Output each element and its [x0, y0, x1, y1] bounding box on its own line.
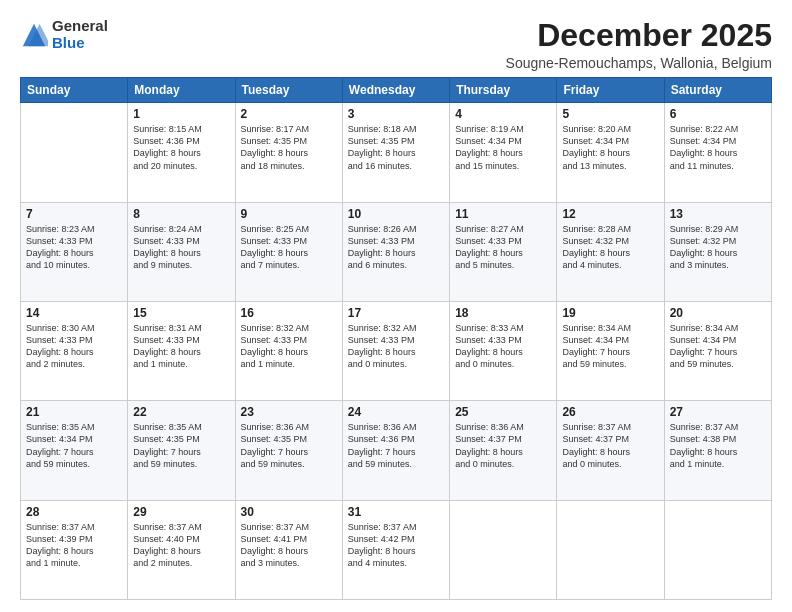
calendar-cell: 2Sunrise: 8:17 AM Sunset: 4:35 PM Daylig… [235, 103, 342, 202]
day-info: Sunrise: 8:32 AM Sunset: 4:33 PM Dayligh… [241, 322, 337, 371]
calendar-cell: 1Sunrise: 8:15 AM Sunset: 4:36 PM Daylig… [128, 103, 235, 202]
day-info: Sunrise: 8:37 AM Sunset: 4:41 PM Dayligh… [241, 521, 337, 570]
weekday-header-tuesday: Tuesday [235, 78, 342, 103]
day-info: Sunrise: 8:35 AM Sunset: 4:34 PM Dayligh… [26, 421, 122, 470]
calendar-cell: 21Sunrise: 8:35 AM Sunset: 4:34 PM Dayli… [21, 401, 128, 500]
weekday-header-monday: Monday [128, 78, 235, 103]
day-info: Sunrise: 8:34 AM Sunset: 4:34 PM Dayligh… [670, 322, 766, 371]
weekday-header-sunday: Sunday [21, 78, 128, 103]
calendar-cell: 9Sunrise: 8:25 AM Sunset: 4:33 PM Daylig… [235, 202, 342, 301]
day-number: 17 [348, 306, 444, 320]
calendar-cell: 13Sunrise: 8:29 AM Sunset: 4:32 PM Dayli… [664, 202, 771, 301]
logo: General Blue [20, 18, 108, 51]
day-number: 23 [241, 405, 337, 419]
day-number: 8 [133, 207, 229, 221]
calendar-week-2: 7Sunrise: 8:23 AM Sunset: 4:33 PM Daylig… [21, 202, 772, 301]
day-number: 20 [670, 306, 766, 320]
logo-blue-label: Blue [52, 35, 108, 52]
day-number: 30 [241, 505, 337, 519]
day-number: 21 [26, 405, 122, 419]
day-number: 11 [455, 207, 551, 221]
calendar-cell: 14Sunrise: 8:30 AM Sunset: 4:33 PM Dayli… [21, 301, 128, 400]
weekday-header-thursday: Thursday [450, 78, 557, 103]
day-info: Sunrise: 8:18 AM Sunset: 4:35 PM Dayligh… [348, 123, 444, 172]
day-info: Sunrise: 8:17 AM Sunset: 4:35 PM Dayligh… [241, 123, 337, 172]
day-number: 2 [241, 107, 337, 121]
calendar-cell: 11Sunrise: 8:27 AM Sunset: 4:33 PM Dayli… [450, 202, 557, 301]
day-info: Sunrise: 8:37 AM Sunset: 4:42 PM Dayligh… [348, 521, 444, 570]
logo-icon [20, 21, 48, 49]
day-info: Sunrise: 8:26 AM Sunset: 4:33 PM Dayligh… [348, 223, 444, 272]
page: General Blue December 2025 Sougne-Remouc… [0, 0, 792, 612]
calendar-cell: 23Sunrise: 8:36 AM Sunset: 4:35 PM Dayli… [235, 401, 342, 500]
calendar-cell: 5Sunrise: 8:20 AM Sunset: 4:34 PM Daylig… [557, 103, 664, 202]
calendar-cell: 12Sunrise: 8:28 AM Sunset: 4:32 PM Dayli… [557, 202, 664, 301]
day-info: Sunrise: 8:37 AM Sunset: 4:39 PM Dayligh… [26, 521, 122, 570]
calendar-cell: 4Sunrise: 8:19 AM Sunset: 4:34 PM Daylig… [450, 103, 557, 202]
day-info: Sunrise: 8:37 AM Sunset: 4:40 PM Dayligh… [133, 521, 229, 570]
calendar-week-1: 1Sunrise: 8:15 AM Sunset: 4:36 PM Daylig… [21, 103, 772, 202]
calendar-cell [557, 500, 664, 599]
day-info: Sunrise: 8:30 AM Sunset: 4:33 PM Dayligh… [26, 322, 122, 371]
day-number: 24 [348, 405, 444, 419]
calendar-table: SundayMondayTuesdayWednesdayThursdayFrid… [20, 77, 772, 600]
day-number: 18 [455, 306, 551, 320]
day-number: 9 [241, 207, 337, 221]
calendar-cell: 15Sunrise: 8:31 AM Sunset: 4:33 PM Dayli… [128, 301, 235, 400]
calendar-cell: 6Sunrise: 8:22 AM Sunset: 4:34 PM Daylig… [664, 103, 771, 202]
day-number: 19 [562, 306, 658, 320]
day-number: 13 [670, 207, 766, 221]
day-number: 12 [562, 207, 658, 221]
day-number: 26 [562, 405, 658, 419]
day-number: 1 [133, 107, 229, 121]
day-info: Sunrise: 8:28 AM Sunset: 4:32 PM Dayligh… [562, 223, 658, 272]
day-info: Sunrise: 8:37 AM Sunset: 4:38 PM Dayligh… [670, 421, 766, 470]
calendar-cell: 10Sunrise: 8:26 AM Sunset: 4:33 PM Dayli… [342, 202, 449, 301]
calendar-cell [664, 500, 771, 599]
calendar-week-3: 14Sunrise: 8:30 AM Sunset: 4:33 PM Dayli… [21, 301, 772, 400]
day-number: 6 [670, 107, 766, 121]
day-number: 31 [348, 505, 444, 519]
calendar-cell: 8Sunrise: 8:24 AM Sunset: 4:33 PM Daylig… [128, 202, 235, 301]
day-number: 22 [133, 405, 229, 419]
day-number: 3 [348, 107, 444, 121]
calendar-cell [450, 500, 557, 599]
calendar-cell: 7Sunrise: 8:23 AM Sunset: 4:33 PM Daylig… [21, 202, 128, 301]
calendar-week-4: 21Sunrise: 8:35 AM Sunset: 4:34 PM Dayli… [21, 401, 772, 500]
calendar-cell: 26Sunrise: 8:37 AM Sunset: 4:37 PM Dayli… [557, 401, 664, 500]
location: Sougne-Remouchamps, Wallonia, Belgium [506, 55, 772, 71]
day-info: Sunrise: 8:36 AM Sunset: 4:35 PM Dayligh… [241, 421, 337, 470]
calendar-cell: 17Sunrise: 8:32 AM Sunset: 4:33 PM Dayli… [342, 301, 449, 400]
header: General Blue December 2025 Sougne-Remouc… [20, 18, 772, 71]
calendar-week-5: 28Sunrise: 8:37 AM Sunset: 4:39 PM Dayli… [21, 500, 772, 599]
day-info: Sunrise: 8:31 AM Sunset: 4:33 PM Dayligh… [133, 322, 229, 371]
month-title: December 2025 [506, 18, 772, 53]
day-number: 25 [455, 405, 551, 419]
day-number: 16 [241, 306, 337, 320]
day-info: Sunrise: 8:24 AM Sunset: 4:33 PM Dayligh… [133, 223, 229, 272]
day-info: Sunrise: 8:33 AM Sunset: 4:33 PM Dayligh… [455, 322, 551, 371]
calendar-cell: 22Sunrise: 8:35 AM Sunset: 4:35 PM Dayli… [128, 401, 235, 500]
calendar-cell: 31Sunrise: 8:37 AM Sunset: 4:42 PM Dayli… [342, 500, 449, 599]
day-number: 10 [348, 207, 444, 221]
day-info: Sunrise: 8:36 AM Sunset: 4:37 PM Dayligh… [455, 421, 551, 470]
calendar-cell: 3Sunrise: 8:18 AM Sunset: 4:35 PM Daylig… [342, 103, 449, 202]
calendar-cell: 18Sunrise: 8:33 AM Sunset: 4:33 PM Dayli… [450, 301, 557, 400]
calendar-cell: 29Sunrise: 8:37 AM Sunset: 4:40 PM Dayli… [128, 500, 235, 599]
day-number: 29 [133, 505, 229, 519]
weekday-header-row: SundayMondayTuesdayWednesdayThursdayFrid… [21, 78, 772, 103]
day-info: Sunrise: 8:19 AM Sunset: 4:34 PM Dayligh… [455, 123, 551, 172]
day-info: Sunrise: 8:35 AM Sunset: 4:35 PM Dayligh… [133, 421, 229, 470]
logo-general-label: General [52, 18, 108, 35]
calendar-cell: 27Sunrise: 8:37 AM Sunset: 4:38 PM Dayli… [664, 401, 771, 500]
day-number: 4 [455, 107, 551, 121]
weekday-header-wednesday: Wednesday [342, 78, 449, 103]
day-number: 28 [26, 505, 122, 519]
day-info: Sunrise: 8:34 AM Sunset: 4:34 PM Dayligh… [562, 322, 658, 371]
weekday-header-saturday: Saturday [664, 78, 771, 103]
day-info: Sunrise: 8:32 AM Sunset: 4:33 PM Dayligh… [348, 322, 444, 371]
title-block: December 2025 Sougne-Remouchamps, Wallon… [506, 18, 772, 71]
calendar-cell: 25Sunrise: 8:36 AM Sunset: 4:37 PM Dayli… [450, 401, 557, 500]
day-number: 14 [26, 306, 122, 320]
day-info: Sunrise: 8:20 AM Sunset: 4:34 PM Dayligh… [562, 123, 658, 172]
